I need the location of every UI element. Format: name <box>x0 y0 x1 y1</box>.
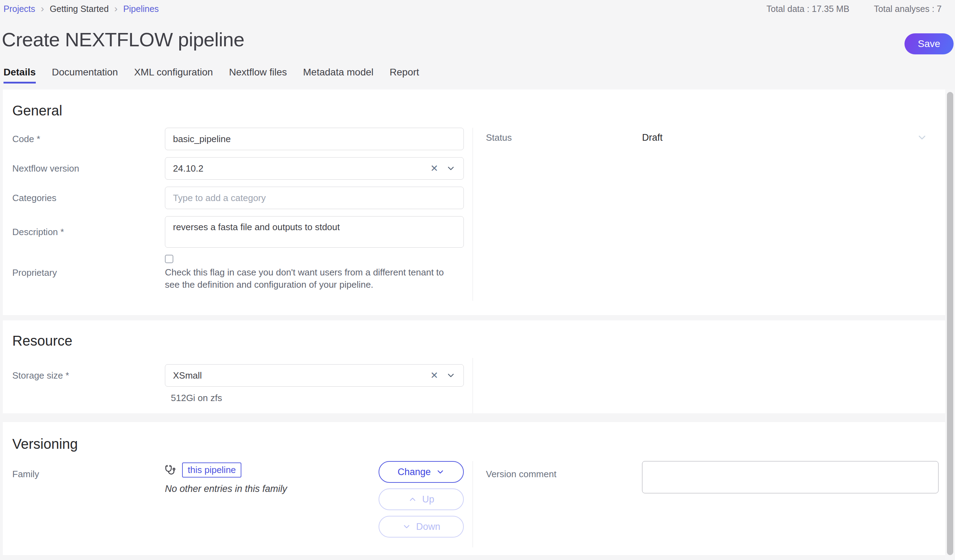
breadcrumb-getting-started: Getting Started <box>50 4 109 14</box>
down-button-label: Down <box>416 521 440 532</box>
tab-details[interactable]: Details <box>3 67 36 83</box>
section-resource: Resource Storage size * XSmall ✕ 512Gi o… <box>3 320 945 413</box>
storage-size-value: XSmall <box>173 370 202 381</box>
breadcrumb: Projects › Getting Started › Pipelines <box>3 4 159 14</box>
description-label: Description * <box>12 227 165 238</box>
chevron-right-icon: › <box>41 4 44 14</box>
status-value: Draft <box>642 132 663 143</box>
this-pipeline-link[interactable]: this pipeline <box>182 463 241 477</box>
tab-xml-configuration[interactable]: XML configuration <box>134 67 213 83</box>
resource-heading: Resource <box>3 320 945 349</box>
total-analyses-stat: Total analyses : 7 <box>874 4 942 14</box>
family-info: this pipeline No other entries in this f… <box>165 461 287 494</box>
clear-icon[interactable]: ✕ <box>430 370 438 381</box>
proprietary-help-text: Check this flag in case you don't want u… <box>165 266 446 291</box>
family-label: Family <box>12 469 165 480</box>
description-textarea[interactable]: reverses a fasta file and outputs to std… <box>165 216 464 248</box>
chevron-down-icon <box>436 468 445 477</box>
breadcrumb-projects[interactable]: Projects <box>3 4 35 14</box>
categories-label: Categories <box>12 192 165 203</box>
chevron-up-icon <box>408 495 417 504</box>
storage-size-help: 512Gi on zfs <box>171 393 473 404</box>
family-note: No other entries in this family <box>165 483 287 494</box>
section-versioning: Versioning Family this pipeline No other… <box>3 422 945 555</box>
save-button[interactable]: Save <box>905 33 953 55</box>
storage-size-select[interactable]: XSmall ✕ <box>165 364 464 387</box>
page-title: Create NEXTFLOW pipeline <box>2 28 244 51</box>
header-stats: Total data : 17.35 MB Total analyses : 7 <box>767 4 942 14</box>
code-label: Code * <box>12 134 165 145</box>
nextflow-version-value: 24.10.2 <box>173 163 204 174</box>
up-button[interactable]: Up <box>379 488 464 510</box>
code-value: basic_pipeline <box>173 134 231 145</box>
chevron-down-icon[interactable] <box>916 132 928 143</box>
proprietary-label: Proprietary <box>12 267 165 278</box>
nextflow-version-label: Nextflow version <box>12 163 165 174</box>
storage-size-label: Storage size * <box>12 370 165 381</box>
chevron-right-icon: › <box>114 4 117 14</box>
tab-report[interactable]: Report <box>390 67 419 83</box>
tab-nextflow-files[interactable]: Nextflow files <box>229 67 287 83</box>
tab-metadata-model[interactable]: Metadata model <box>303 67 374 83</box>
code-input[interactable]: basic_pipeline <box>165 128 464 150</box>
description-value: reverses a fasta file and outputs to std… <box>173 222 340 233</box>
nextflow-version-select[interactable]: 24.10.2 ✕ <box>165 157 464 180</box>
version-actions: Change Up Down <box>379 461 464 538</box>
categories-placeholder: Type to add a category <box>173 192 266 203</box>
version-comment-textarea[interactable] <box>642 461 938 493</box>
version-comment-label: Version comment <box>486 469 642 480</box>
stethoscope-icon <box>165 465 176 476</box>
change-button[interactable]: Change <box>379 461 464 483</box>
breadcrumb-pipelines[interactable]: Pipelines <box>123 4 158 14</box>
chevron-down-icon <box>402 522 411 531</box>
down-button[interactable]: Down <box>379 516 464 538</box>
tab-bar: Details Documentation XML configuration … <box>3 67 419 83</box>
scrollbar-track[interactable] <box>945 89 955 560</box>
versioning-heading: Versioning <box>3 422 945 452</box>
general-heading: General <box>3 89 945 119</box>
chevron-down-icon[interactable] <box>446 371 456 380</box>
up-button-label: Up <box>422 494 434 505</box>
status-select[interactable]: Draft <box>642 132 928 143</box>
categories-input[interactable]: Type to add a category <box>165 187 464 209</box>
change-button-label: Change <box>398 467 431 477</box>
status-label: Status <box>486 132 642 143</box>
clear-icon[interactable]: ✕ <box>430 163 438 174</box>
tab-documentation[interactable]: Documentation <box>52 67 118 83</box>
section-general: General Code * basic_pipeline Nextflow v… <box>3 89 945 315</box>
proprietary-checkbox[interactable] <box>165 255 173 263</box>
total-data-stat: Total data : 17.35 MB <box>767 4 849 14</box>
scrollbar-thumb[interactable] <box>947 92 953 555</box>
top-bar: Projects › Getting Started › Pipelines T… <box>0 0 945 17</box>
chevron-down-icon[interactable] <box>446 164 456 173</box>
